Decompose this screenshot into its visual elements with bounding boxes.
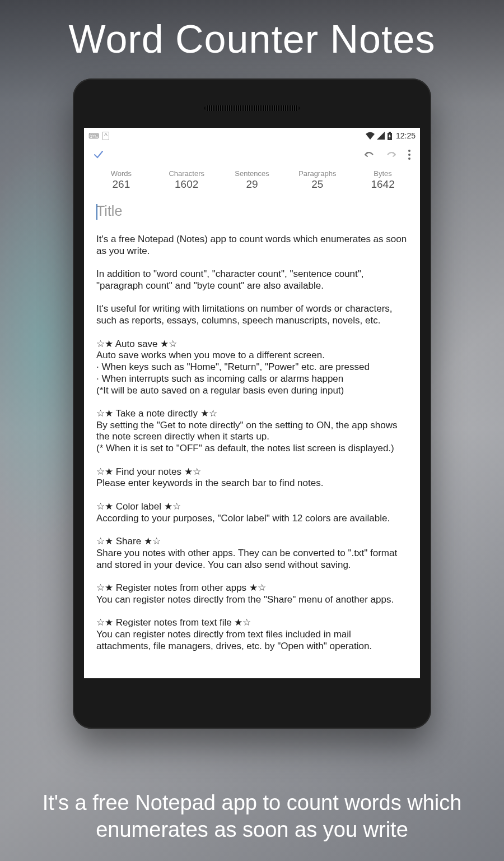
counter-bytes-value: 1642 bbox=[350, 178, 416, 191]
title-input[interactable]: Title bbox=[84, 195, 420, 223]
counter-sentences-label: Sentences bbox=[220, 169, 285, 178]
svg-point-3 bbox=[408, 154, 410, 156]
counter-bytes: Bytes 1642 bbox=[350, 169, 416, 191]
counter-words: Words 261 bbox=[88, 169, 154, 191]
counter-words-label: Words bbox=[88, 169, 154, 178]
toolbar bbox=[84, 144, 420, 168]
counters-row: Words 261 Characters 1602 Sentences 29 P… bbox=[84, 168, 420, 195]
wifi-icon bbox=[366, 132, 375, 140]
promo-subtitle: It's a free Notepad app to count words w… bbox=[0, 790, 504, 843]
tablet-speaker bbox=[204, 105, 300, 111]
redo-button[interactable] bbox=[385, 150, 398, 163]
svg-point-2 bbox=[408, 150, 410, 152]
counter-sentences-value: 29 bbox=[220, 178, 285, 191]
status-time: 12:25 bbox=[396, 131, 416, 140]
note-body-editor[interactable]: It's a free Notepad (Notes) app to count… bbox=[84, 223, 420, 652]
status-bar: ⌨ A 12:25 bbox=[84, 128, 420, 144]
counter-characters-label: Characters bbox=[154, 169, 220, 178]
promo-title: Word Counter Notes bbox=[0, 17, 504, 62]
counter-paragraphs: Paragraphs 25 bbox=[284, 169, 350, 191]
app-screen: ⌨ A 12:25 bbox=[84, 128, 420, 678]
counter-paragraphs-label: Paragraphs bbox=[284, 169, 350, 178]
counter-characters-value: 1602 bbox=[154, 178, 220, 191]
overflow-menu-button[interactable] bbox=[408, 149, 411, 163]
tablet-frame: ⌨ A 12:25 bbox=[73, 78, 431, 729]
keyboard-icon: ⌨ bbox=[88, 132, 99, 140]
counter-sentences: Sentences 29 bbox=[220, 169, 285, 191]
svg-point-4 bbox=[408, 158, 410, 160]
counter-bytes-label: Bytes bbox=[350, 169, 416, 178]
input-mode-icon: A bbox=[102, 132, 109, 140]
battery-icon bbox=[387, 132, 393, 140]
confirm-button[interactable] bbox=[93, 149, 104, 163]
counter-characters: Characters 1602 bbox=[154, 169, 220, 191]
counter-words-value: 261 bbox=[88, 178, 154, 191]
undo-button[interactable] bbox=[363, 150, 375, 163]
counter-paragraphs-value: 25 bbox=[284, 178, 350, 191]
svg-rect-1 bbox=[389, 132, 391, 133]
signal-icon bbox=[377, 132, 385, 140]
